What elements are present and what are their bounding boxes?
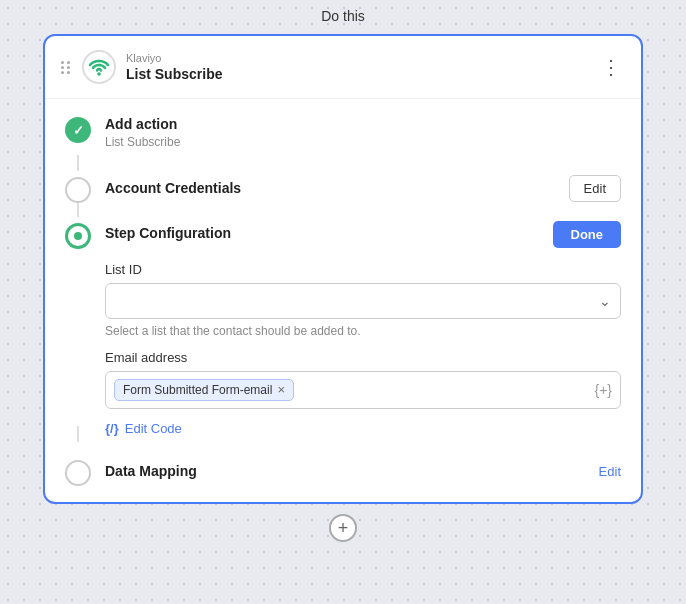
step-configuration-content: Step Configuration Done List ID ⌄ Select… bbox=[105, 221, 621, 436]
card-header: Klaviyo List Subscribe ⋮ bbox=[45, 36, 641, 99]
card-body: ✓ Add action List Subscribe Account Cred… bbox=[45, 99, 641, 502]
header-brand: Klaviyo bbox=[126, 52, 587, 65]
step-indicator-completed: ✓ bbox=[65, 117, 91, 143]
email-tag: Form Submitted Form-email × bbox=[114, 379, 294, 401]
step-add-action-subtitle: List Subscribe bbox=[105, 135, 621, 149]
step-indicator-inactive-2 bbox=[65, 460, 91, 486]
header-title: List Subscribe bbox=[126, 66, 587, 82]
email-tag-value: Form Submitted Form-email bbox=[123, 383, 272, 397]
action-card: Klaviyo List Subscribe ⋮ ✓ Add action Li… bbox=[43, 34, 643, 504]
step-account-credentials-title: Account Credentials bbox=[105, 179, 241, 199]
edit-data-mapping-button[interactable]: Edit bbox=[599, 464, 621, 479]
step-connector-1 bbox=[77, 155, 79, 171]
step-data-mapping: Data Mapping Edit bbox=[65, 458, 621, 486]
list-id-select-wrapper: ⌄ bbox=[105, 283, 621, 319]
step-account-credentials: Account Credentials Edit bbox=[65, 175, 621, 203]
list-id-helper-text: Select a list that the contact should be… bbox=[105, 324, 621, 338]
code-icon: {/} bbox=[105, 421, 119, 436]
step-data-mapping-title: Data Mapping bbox=[105, 462, 585, 482]
step-indicator-inactive-1 bbox=[65, 177, 91, 203]
list-id-select[interactable] bbox=[105, 283, 621, 319]
step-configuration-title: Step Configuration bbox=[105, 224, 231, 244]
add-step-button[interactable]: + bbox=[329, 514, 357, 542]
klaviyo-logo-icon bbox=[87, 57, 111, 77]
config-header: Step Configuration Done bbox=[105, 221, 621, 248]
step-add-action-title: Add action bbox=[105, 115, 621, 135]
step-add-action: ✓ Add action List Subscribe bbox=[65, 115, 621, 149]
email-address-label: Email address bbox=[105, 350, 621, 365]
list-id-label: List ID bbox=[105, 262, 621, 277]
edit-code-row[interactable]: {/} Edit Code bbox=[105, 421, 621, 436]
drag-handle[interactable] bbox=[61, 61, 70, 74]
check-icon: ✓ bbox=[73, 123, 84, 138]
step-connector-2 bbox=[77, 201, 79, 217]
step-account-credentials-content: Account Credentials bbox=[105, 179, 555, 199]
step-connector-3 bbox=[77, 426, 79, 442]
header-menu-button[interactable]: ⋮ bbox=[597, 51, 625, 83]
step-add-action-content: Add action List Subscribe bbox=[105, 115, 621, 149]
email-tag-input[interactable]: Form Submitted Form-email × {+} bbox=[105, 371, 621, 409]
tag-remove-button[interactable]: × bbox=[277, 383, 285, 396]
step-configuration: Step Configuration Done List ID ⌄ Select… bbox=[65, 221, 621, 436]
edit-credentials-button[interactable]: Edit bbox=[569, 175, 621, 202]
step-data-mapping-content: Data Mapping bbox=[105, 462, 585, 482]
done-button[interactable]: Done bbox=[553, 221, 622, 248]
variable-insert-button[interactable]: {+} bbox=[594, 382, 612, 398]
bottom-plus-container: + bbox=[329, 514, 357, 542]
svg-point-0 bbox=[97, 72, 101, 76]
edit-code-label: Edit Code bbox=[125, 421, 182, 436]
step-indicator-active bbox=[65, 223, 91, 249]
header-info: Klaviyo List Subscribe bbox=[126, 52, 587, 81]
page-title: Do this bbox=[321, 8, 365, 24]
app-icon-circle bbox=[82, 50, 116, 84]
